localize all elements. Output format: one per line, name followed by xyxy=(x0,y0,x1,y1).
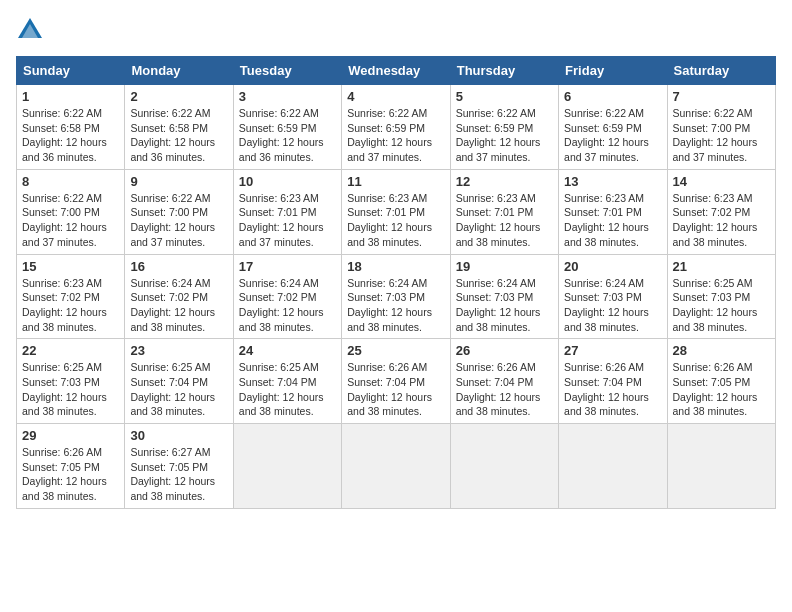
day-info: Sunrise: 6:26 AMSunset: 7:04 PMDaylight:… xyxy=(564,360,661,419)
calendar-cell: 9Sunrise: 6:22 AMSunset: 7:00 PMDaylight… xyxy=(125,169,233,254)
calendar-cell: 11Sunrise: 6:23 AMSunset: 7:01 PMDayligh… xyxy=(342,169,450,254)
calendar-cell: 25Sunrise: 6:26 AMSunset: 7:04 PMDayligh… xyxy=(342,339,450,424)
day-info: Sunrise: 6:25 AMSunset: 7:03 PMDaylight:… xyxy=(673,276,770,335)
calendar-cell xyxy=(342,424,450,509)
calendar-header-thursday: Thursday xyxy=(450,57,558,85)
day-info: Sunrise: 6:23 AMSunset: 7:01 PMDaylight:… xyxy=(456,191,553,250)
day-number: 20 xyxy=(564,259,661,274)
calendar-cell: 15Sunrise: 6:23 AMSunset: 7:02 PMDayligh… xyxy=(17,254,125,339)
day-info: Sunrise: 6:22 AMSunset: 7:00 PMDaylight:… xyxy=(673,106,770,165)
day-number: 25 xyxy=(347,343,444,358)
calendar-cell: 27Sunrise: 6:26 AMSunset: 7:04 PMDayligh… xyxy=(559,339,667,424)
day-info: Sunrise: 6:24 AMSunset: 7:02 PMDaylight:… xyxy=(130,276,227,335)
day-number: 19 xyxy=(456,259,553,274)
calendar-cell: 28Sunrise: 6:26 AMSunset: 7:05 PMDayligh… xyxy=(667,339,775,424)
day-info: Sunrise: 6:26 AMSunset: 7:04 PMDaylight:… xyxy=(347,360,444,419)
calendar-week-2: 8Sunrise: 6:22 AMSunset: 7:00 PMDaylight… xyxy=(17,169,776,254)
day-number: 26 xyxy=(456,343,553,358)
calendar-header-tuesday: Tuesday xyxy=(233,57,341,85)
calendar-cell xyxy=(667,424,775,509)
calendar-cell: 13Sunrise: 6:23 AMSunset: 7:01 PMDayligh… xyxy=(559,169,667,254)
calendar-cell: 8Sunrise: 6:22 AMSunset: 7:00 PMDaylight… xyxy=(17,169,125,254)
day-number: 23 xyxy=(130,343,227,358)
calendar-table: SundayMondayTuesdayWednesdayThursdayFrid… xyxy=(16,56,776,509)
calendar-cell: 5Sunrise: 6:22 AMSunset: 6:59 PMDaylight… xyxy=(450,85,558,170)
day-number: 18 xyxy=(347,259,444,274)
day-info: Sunrise: 6:24 AMSunset: 7:02 PMDaylight:… xyxy=(239,276,336,335)
day-number: 15 xyxy=(22,259,119,274)
day-number: 24 xyxy=(239,343,336,358)
day-number: 9 xyxy=(130,174,227,189)
day-number: 7 xyxy=(673,89,770,104)
calendar-header-monday: Monday xyxy=(125,57,233,85)
day-info: Sunrise: 6:22 AMSunset: 6:59 PMDaylight:… xyxy=(456,106,553,165)
calendar-cell: 6Sunrise: 6:22 AMSunset: 6:59 PMDaylight… xyxy=(559,85,667,170)
day-number: 12 xyxy=(456,174,553,189)
calendar-cell: 18Sunrise: 6:24 AMSunset: 7:03 PMDayligh… xyxy=(342,254,450,339)
calendar-cell: 10Sunrise: 6:23 AMSunset: 7:01 PMDayligh… xyxy=(233,169,341,254)
calendar-week-4: 22Sunrise: 6:25 AMSunset: 7:03 PMDayligh… xyxy=(17,339,776,424)
day-number: 1 xyxy=(22,89,119,104)
calendar-cell: 1Sunrise: 6:22 AMSunset: 6:58 PMDaylight… xyxy=(17,85,125,170)
day-number: 27 xyxy=(564,343,661,358)
day-number: 29 xyxy=(22,428,119,443)
day-info: Sunrise: 6:25 AMSunset: 7:04 PMDaylight:… xyxy=(239,360,336,419)
day-info: Sunrise: 6:22 AMSunset: 6:59 PMDaylight:… xyxy=(564,106,661,165)
calendar-header-row: SundayMondayTuesdayWednesdayThursdayFrid… xyxy=(17,57,776,85)
logo-icon xyxy=(16,16,44,44)
day-number: 17 xyxy=(239,259,336,274)
calendar-cell: 19Sunrise: 6:24 AMSunset: 7:03 PMDayligh… xyxy=(450,254,558,339)
calendar-cell: 21Sunrise: 6:25 AMSunset: 7:03 PMDayligh… xyxy=(667,254,775,339)
calendar-week-1: 1Sunrise: 6:22 AMSunset: 6:58 PMDaylight… xyxy=(17,85,776,170)
day-number: 28 xyxy=(673,343,770,358)
day-info: Sunrise: 6:23 AMSunset: 7:01 PMDaylight:… xyxy=(239,191,336,250)
calendar-cell: 3Sunrise: 6:22 AMSunset: 6:59 PMDaylight… xyxy=(233,85,341,170)
day-number: 13 xyxy=(564,174,661,189)
day-number: 16 xyxy=(130,259,227,274)
day-number: 4 xyxy=(347,89,444,104)
day-info: Sunrise: 6:22 AMSunset: 6:59 PMDaylight:… xyxy=(239,106,336,165)
day-info: Sunrise: 6:26 AMSunset: 7:05 PMDaylight:… xyxy=(673,360,770,419)
day-info: Sunrise: 6:26 AMSunset: 7:05 PMDaylight:… xyxy=(22,445,119,504)
day-info: Sunrise: 6:27 AMSunset: 7:05 PMDaylight:… xyxy=(130,445,227,504)
day-number: 30 xyxy=(130,428,227,443)
logo xyxy=(16,16,48,44)
calendar-cell: 16Sunrise: 6:24 AMSunset: 7:02 PMDayligh… xyxy=(125,254,233,339)
day-info: Sunrise: 6:23 AMSunset: 7:02 PMDaylight:… xyxy=(673,191,770,250)
calendar-cell: 30Sunrise: 6:27 AMSunset: 7:05 PMDayligh… xyxy=(125,424,233,509)
calendar-header-wednesday: Wednesday xyxy=(342,57,450,85)
calendar-cell: 17Sunrise: 6:24 AMSunset: 7:02 PMDayligh… xyxy=(233,254,341,339)
calendar-cell xyxy=(233,424,341,509)
calendar-cell: 26Sunrise: 6:26 AMSunset: 7:04 PMDayligh… xyxy=(450,339,558,424)
day-info: Sunrise: 6:25 AMSunset: 7:04 PMDaylight:… xyxy=(130,360,227,419)
day-info: Sunrise: 6:22 AMSunset: 6:58 PMDaylight:… xyxy=(130,106,227,165)
day-info: Sunrise: 6:23 AMSunset: 7:02 PMDaylight:… xyxy=(22,276,119,335)
day-number: 10 xyxy=(239,174,336,189)
calendar-cell xyxy=(559,424,667,509)
calendar-header-sunday: Sunday xyxy=(17,57,125,85)
day-number: 21 xyxy=(673,259,770,274)
calendar-week-5: 29Sunrise: 6:26 AMSunset: 7:05 PMDayligh… xyxy=(17,424,776,509)
calendar-cell: 22Sunrise: 6:25 AMSunset: 7:03 PMDayligh… xyxy=(17,339,125,424)
day-number: 6 xyxy=(564,89,661,104)
day-number: 3 xyxy=(239,89,336,104)
day-info: Sunrise: 6:24 AMSunset: 7:03 PMDaylight:… xyxy=(456,276,553,335)
day-number: 14 xyxy=(673,174,770,189)
day-info: Sunrise: 6:22 AMSunset: 7:00 PMDaylight:… xyxy=(22,191,119,250)
day-number: 22 xyxy=(22,343,119,358)
day-info: Sunrise: 6:22 AMSunset: 6:59 PMDaylight:… xyxy=(347,106,444,165)
calendar-header-friday: Friday xyxy=(559,57,667,85)
calendar-cell: 29Sunrise: 6:26 AMSunset: 7:05 PMDayligh… xyxy=(17,424,125,509)
day-info: Sunrise: 6:23 AMSunset: 7:01 PMDaylight:… xyxy=(347,191,444,250)
calendar-cell: 14Sunrise: 6:23 AMSunset: 7:02 PMDayligh… xyxy=(667,169,775,254)
day-info: Sunrise: 6:24 AMSunset: 7:03 PMDaylight:… xyxy=(564,276,661,335)
calendar-cell: 4Sunrise: 6:22 AMSunset: 6:59 PMDaylight… xyxy=(342,85,450,170)
day-number: 2 xyxy=(130,89,227,104)
day-number: 11 xyxy=(347,174,444,189)
page-header xyxy=(16,16,776,44)
day-info: Sunrise: 6:22 AMSunset: 6:58 PMDaylight:… xyxy=(22,106,119,165)
day-info: Sunrise: 6:22 AMSunset: 7:00 PMDaylight:… xyxy=(130,191,227,250)
calendar-cell: 23Sunrise: 6:25 AMSunset: 7:04 PMDayligh… xyxy=(125,339,233,424)
calendar-cell: 12Sunrise: 6:23 AMSunset: 7:01 PMDayligh… xyxy=(450,169,558,254)
calendar-header-saturday: Saturday xyxy=(667,57,775,85)
